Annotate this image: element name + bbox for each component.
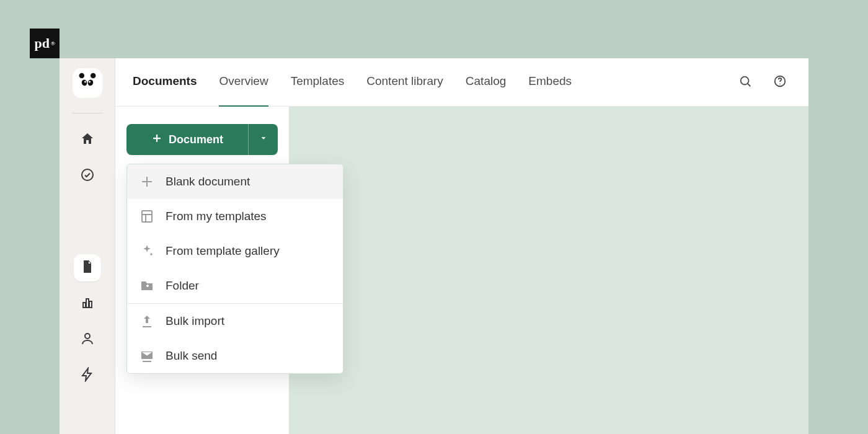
dropdown-item-bulk-send[interactable]: Bulk send (127, 339, 343, 373)
app-window: Documents Overview Templates Content lib… (60, 58, 808, 434)
home-icon (80, 131, 95, 149)
svg-point-5 (89, 81, 91, 83)
new-document-dropdown-toggle[interactable] (248, 124, 278, 155)
plus-icon (140, 174, 154, 189)
app-logo[interactable] (73, 68, 102, 98)
svg-rect-9 (89, 301, 92, 308)
sidebar-item-documents[interactable] (74, 254, 101, 281)
mail-icon (140, 348, 154, 363)
sidebar (60, 58, 115, 434)
dropdown-item-label: From template gallery (166, 244, 280, 258)
sidebar-divider (72, 113, 103, 113)
dropdown-item-label: Blank document (166, 175, 250, 188)
tab-embeds[interactable]: Embeds (528, 74, 572, 91)
pd-brand-label: pd (34, 35, 49, 51)
dropdown-item-label: Bulk send (166, 349, 217, 363)
tab-catalog[interactable]: Catalog (466, 74, 507, 91)
dropdown-item-blank[interactable]: Blank document (127, 164, 343, 199)
panda-icon (77, 71, 98, 95)
new-document-split-button: Document (126, 124, 278, 155)
svg-point-3 (87, 79, 94, 87)
lightning-icon (80, 367, 95, 384)
search-button[interactable] (734, 71, 756, 94)
dropdown-item-bulk-import[interactable]: Bulk import (127, 304, 343, 339)
person-icon (80, 331, 95, 348)
tab-documents-label: Documents (133, 74, 197, 87)
svg-rect-8 (86, 299, 89, 308)
dropdown-item-folder[interactable]: Folder (127, 268, 343, 303)
content-canvas: Document Blank document From my template… (115, 107, 808, 434)
svg-rect-14 (142, 211, 152, 222)
tab-content-library[interactable]: Content library (366, 74, 443, 91)
template-icon (140, 209, 154, 224)
svg-point-4 (84, 81, 86, 83)
help-icon (773, 74, 787, 91)
chevron-down-icon (259, 134, 268, 145)
bar-chart-icon (80, 295, 95, 312)
document-icon (80, 259, 95, 277)
sidebar-item-automations[interactable] (74, 362, 101, 389)
tab-templates[interactable]: Templates (291, 74, 345, 91)
main-area: Documents Overview Templates Content lib… (115, 58, 808, 434)
sidebar-item-home[interactable] (74, 126, 101, 154)
dropdown-item-label: Bulk import (166, 314, 224, 328)
svg-point-11 (741, 76, 749, 84)
folder-plus-icon (140, 278, 154, 293)
upload-icon (140, 314, 154, 329)
search-icon (738, 74, 752, 91)
help-button[interactable] (769, 71, 791, 94)
sidebar-item-approve[interactable] (74, 162, 101, 190)
pd-brand-badge: pd® (30, 29, 60, 58)
sparkle-icon (140, 244, 154, 259)
svg-point-1 (90, 73, 95, 79)
svg-rect-7 (83, 303, 86, 308)
tab-overview[interactable]: Overview (219, 74, 268, 91)
new-document-label: Document (169, 133, 223, 146)
plus-icon (151, 133, 162, 147)
topbar: Documents Overview Templates Content lib… (115, 58, 808, 107)
tab-catalog-label: Catalog (466, 74, 507, 87)
svg-point-13 (779, 83, 780, 84)
svg-point-0 (79, 73, 84, 79)
check-circle-icon (80, 167, 95, 185)
tab-nav: Documents Overview Templates Content lib… (133, 74, 572, 91)
svg-point-6 (82, 169, 93, 180)
svg-point-10 (85, 334, 90, 339)
tab-templates-label: Templates (291, 74, 345, 87)
documents-panel: Document Blank document From my template… (115, 107, 289, 434)
pd-brand-reg: ® (51, 40, 55, 46)
tab-embeds-label: Embeds (528, 74, 572, 87)
tab-overview-label: Overview (219, 74, 268, 87)
sidebar-item-contacts[interactable] (74, 326, 101, 353)
svg-point-2 (81, 79, 87, 87)
dropdown-item-label: Folder (166, 279, 199, 293)
dropdown-item-gallery[interactable]: From template gallery (127, 234, 343, 268)
dropdown-item-label: From my templates (166, 210, 267, 223)
dropdown-item-my-templates[interactable]: From my templates (127, 199, 343, 234)
tab-documents[interactable]: Documents (133, 74, 197, 91)
sidebar-item-reports[interactable] (74, 290, 101, 317)
tab-content-library-label: Content library (366, 74, 443, 87)
new-document-button[interactable]: Document (126, 124, 248, 155)
new-document-dropdown: Blank document From my templates From te… (126, 164, 343, 374)
